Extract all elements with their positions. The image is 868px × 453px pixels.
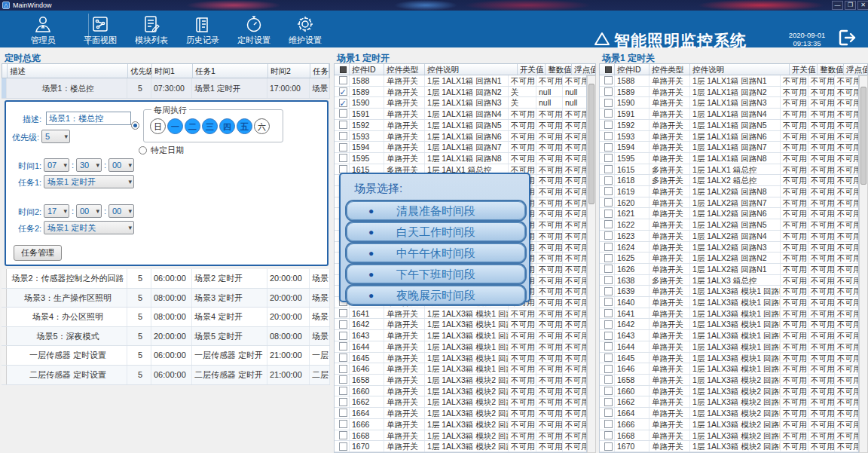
weekday-toggle[interactable]: 二 <box>185 118 200 134</box>
control-row[interactable]: 1622 单路开关 1层 1ALX2箱 回路N5 不可用 不可用 不可用 <box>600 219 858 231</box>
weekday-toggle[interactable]: 六 <box>254 118 270 134</box>
control-row[interactable]: 1588 单路开关 1层 1ALX1箱 回路N1 不可用 不可用 不可用 <box>600 75 858 87</box>
row-checkbox[interactable] <box>604 398 613 406</box>
row-checkbox[interactable] <box>339 354 347 362</box>
scrollbar-thumb[interactable] <box>588 84 594 204</box>
row-checkbox[interactable] <box>604 220 613 228</box>
scrollbar-thumb[interactable] <box>860 87 866 185</box>
control-row[interactable]: 1660 单路开关 1层 1ALX3箱 模块2 回路N10 不可用 不可用 不可… <box>600 386 858 397</box>
row-checkbox[interactable] <box>604 420 613 428</box>
schedule-row[interactable]: 场景3：生产操作区照明 5 08:00:00 场景3 定时开 20:00:00 … <box>2 289 330 308</box>
toolbar-item-module-list[interactable]: 模块列表 <box>127 14 176 45</box>
select-all-checkbox[interactable] <box>340 66 347 73</box>
control-row[interactable]: 1591 单路开关 1层 1ALX1箱 回路N4 不可用 不可用 不可用 <box>600 109 858 120</box>
toolbar-item-admin[interactable]: 管理员 <box>18 14 68 45</box>
control-row[interactable]: 1593 单路开关 1层 1ALX1箱 回路N6 不可用 不可用 不可用 <box>335 131 586 142</box>
row-checkbox[interactable] <box>604 154 613 162</box>
control-row[interactable]: 1594 单路开关 1层 1ALX1箱 回路N7 不可用 不可用 不可用 <box>600 142 858 153</box>
row-checkbox[interactable] <box>604 387 613 395</box>
row-checkbox[interactable] <box>339 442 347 451</box>
control-row[interactable]: 1666 单路开关 1层 1ALX3箱 模块2 回路N13 不可用 不可用 不可… <box>335 419 586 430</box>
control-row[interactable]: 1644 单路开关 1层 1ALX3箱 模块1 回路N3 不可用 不可用 不可用 <box>335 341 586 353</box>
row-checkbox[interactable] <box>604 109 613 118</box>
scene-time-button[interactable]: ● 下午下班时间段 <box>347 265 525 283</box>
toolbar-item-plan-view[interactable]: 平面视图 <box>75 14 125 45</box>
control-row[interactable]: 1658 单路开关 1层 1ALX3箱 模块2 回路N9 不可用 不可用 不可用 <box>335 375 586 386</box>
row-checkbox[interactable] <box>604 365 613 373</box>
control-row[interactable]: 1662 单路开关 1层 1ALX3箱 模块2 回路N11 不可用 不可用 不可… <box>600 396 858 408</box>
control-row[interactable]: 1641 单路开关 1层 1ALX3箱 模块1 回路N6 不可用 不可用 不可用 <box>335 308 586 320</box>
time2-second-select[interactable]: 00 <box>108 204 134 218</box>
control-row[interactable]: 1615 多路开关 1层 1ALX1 箱总控 不可用 不可用 不可用 <box>600 164 858 176</box>
control-row[interactable]: 1619 单路开关 1层 1ALX2箱 回路N8 不可用 不可用 不可用 <box>600 186 858 197</box>
row-checkbox[interactable] <box>604 276 613 284</box>
row-checkbox[interactable] <box>339 121 347 129</box>
row-checkbox[interactable] <box>604 431 613 439</box>
control-row[interactable]: 1643 单路开关 1层 1ALX3箱 模块1 回路N4 不可用 不可用 不可用 <box>600 330 858 341</box>
control-row[interactable]: 1623 单路开关 1层 1ALX2箱 回路N4 不可用 不可用 不可用 <box>600 231 858 242</box>
row-checkbox[interactable] <box>604 354 613 362</box>
control-row[interactable]: 1645 单路开关 1层 1ALX3箱 模块1 回路N2 不可用 不可用 不可用 <box>335 353 586 364</box>
schedule-row[interactable]: 场景5：深夜模式 5 20:00:00 场景5 定时开 08:00:00 场景 <box>2 327 330 347</box>
task1-select[interactable]: 场景1 定时开 <box>44 175 134 188</box>
weekly-radio[interactable] <box>131 121 139 130</box>
minimize-button[interactable]: — <box>832 1 843 10</box>
control-row[interactable]: 1664 单路开关 1层 1ALX3箱 模块2 回路N12 不可用 不可用 不可… <box>600 408 858 419</box>
control-row[interactable]: 1646 单路开关 1层 1ALX3箱 模块1 回路N1 不可用 不可用 不可用 <box>335 363 586 375</box>
control-row[interactable]: 1641 单路开关 1层 1ALX3箱 模块1 回路N6 不可用 不可用 不可用 <box>600 308 858 320</box>
control-row[interactable]: 1592 单路开关 1层 1ALX1箱 回路N5 不可用 不可用 不可用 <box>335 120 586 131</box>
control-row[interactable]: 1593 单路开关 1层 1ALX1箱 回路N6 不可用 不可用 不可用 <box>600 131 858 142</box>
control-row[interactable]: 1658 单路开关 1层 1ALX3箱 模块2 回路N9 不可用 不可用 不可用 <box>600 375 858 386</box>
toolbar-item-history[interactable]: 历史记录 <box>178 14 228 45</box>
row-checkbox[interactable] <box>604 99 613 107</box>
control-row[interactable]: 1624 单路开关 1层 1ALX2箱 回路N3 不可用 不可用 不可用 <box>600 242 858 253</box>
weekday-toggle[interactable]: 三 <box>202 118 218 134</box>
row-checkbox[interactable] <box>339 76 347 84</box>
desc-input[interactable]: 场景1：楼总控 <box>46 112 131 125</box>
priority-select[interactable]: 5 <box>41 130 70 143</box>
time1-second-select[interactable]: 00 <box>108 158 134 172</box>
row-checkbox[interactable] <box>604 332 613 340</box>
control-row[interactable]: 1664 单路开关 1层 1ALX3箱 模块2 回路N12 不可用 不可用 不可… <box>335 408 586 419</box>
control-row[interactable]: 1625 单路开关 1层 1ALX2箱 回路N2 不可用 不可用 不可用 <box>600 253 858 264</box>
row-checkbox[interactable] <box>339 342 347 350</box>
control-row[interactable]: 1662 单路开关 1层 1ALX3箱 模块2 回路N11 不可用 不可用 不可… <box>335 396 586 408</box>
row-checkbox[interactable] <box>604 76 613 84</box>
weekday-toggle[interactable]: 一 <box>167 118 183 134</box>
control-row[interactable]: 1589 单路开关 1层 1ALX1箱 回路N2 不可用 不可用 不可用 <box>600 87 858 98</box>
schedule-row[interactable]: 一层传感器 定时设置 5 06:00:00 一层传感器 定时开 21:00:00… <box>2 346 330 366</box>
weekday-toggle[interactable]: 五 <box>237 118 252 134</box>
control-row[interactable]: 1592 单路开关 1层 1ALX1箱 回路N5 不可用 不可用 不可用 <box>600 120 858 131</box>
control-row[interactable]: 1666 单路开关 1层 1ALX3箱 模块2 回路N13 不可用 不可用 不可… <box>600 419 858 430</box>
timer-off-scrollbar[interactable] <box>859 75 868 453</box>
control-row[interactable]: 1595 单路开关 1层 1ALX1箱 回路N8 不可用 不可用 不可用 <box>600 153 858 164</box>
row-checkbox[interactable] <box>339 431 347 439</box>
row-checkbox[interactable] <box>339 420 347 428</box>
row-checkbox[interactable] <box>604 210 613 218</box>
scene-time-button[interactable]: ● 清晨准备时间段 <box>347 201 525 220</box>
row-checkbox[interactable] <box>339 143 347 152</box>
row-checkbox[interactable] <box>604 309 613 317</box>
toolbar-item-timer-settings[interactable]: 定时设置 <box>229 14 279 45</box>
row-checkbox[interactable] <box>339 132 347 140</box>
control-row[interactable]: 1618 多路开关 1层 1ALX2 箱总控 不可用 不可用 不可用 <box>600 175 858 186</box>
row-checkbox[interactable] <box>339 99 347 107</box>
row-checkbox[interactable] <box>604 132 613 140</box>
select-all-checkbox[interactable] <box>605 66 612 73</box>
control-row[interactable]: 1595 单路开关 1层 1ALX1箱 回路N8 不可用 不可用 不可用 <box>335 153 586 164</box>
row-checkbox[interactable] <box>339 365 347 373</box>
time2-hour-select[interactable]: 17 <box>44 204 69 218</box>
weekday-toggle[interactable]: 四 <box>219 118 235 134</box>
row-checkbox[interactable] <box>339 409 347 417</box>
row-checkbox[interactable] <box>339 332 347 340</box>
row-checkbox[interactable] <box>339 320 347 329</box>
control-row[interactable]: 1643 单路开关 1层 1ALX3箱 模块1 回路N4 不可用 不可用 不可用 <box>335 330 586 341</box>
row-checkbox[interactable] <box>604 121 613 129</box>
scene-time-button[interactable]: ● 中午午休时间段 <box>347 243 525 262</box>
row-checkbox[interactable] <box>604 409 613 417</box>
row-checkbox[interactable] <box>604 187 613 195</box>
control-row[interactable]: 1644 单路开关 1层 1ALX3箱 模块1 回路N3 不可用 不可用 不可用 <box>600 341 858 353</box>
control-row[interactable]: 1590 单路开关 1层 1ALX1箱 回路N3 不可用 不可用 不可用 <box>600 97 858 109</box>
row-checkbox[interactable] <box>604 375 613 384</box>
control-row[interactable]: 1670 单路开关 1层 1ALX3箱 模块2 回路N15 不可用 不可用 不可… <box>600 441 858 452</box>
